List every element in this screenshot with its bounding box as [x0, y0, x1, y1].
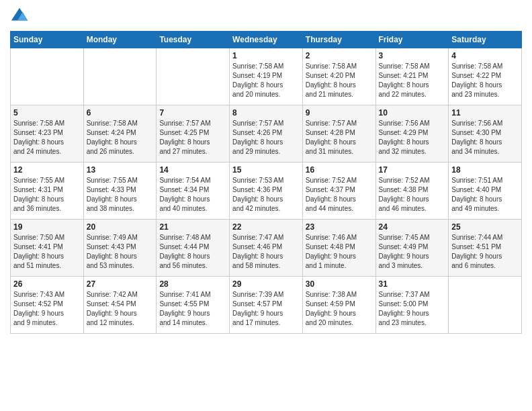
calendar-cell: 30Sunrise: 7:38 AM Sunset: 4:59 PM Dayli… — [302, 277, 375, 334]
calendar-cell: 19Sunrise: 7:50 AM Sunset: 4:41 PM Dayli… — [11, 220, 84, 277]
day-info: Sunrise: 7:58 AM Sunset: 4:22 PM Dayligh… — [451, 62, 519, 99]
day-info: Sunrise: 7:54 AM Sunset: 4:34 PM Dayligh… — [159, 176, 226, 214]
day-number: 6 — [87, 108, 154, 118]
day-number: 9 — [306, 108, 373, 118]
day-number: 13 — [87, 165, 154, 175]
day-info: Sunrise: 7:57 AM Sunset: 4:25 PM Dayligh… — [159, 119, 226, 156]
calendar-cell — [11, 48, 84, 105]
day-number: 25 — [451, 222, 519, 232]
calendar-cell: 17Sunrise: 7:52 AM Sunset: 4:38 PM Dayli… — [375, 163, 449, 220]
day-number: 8 — [232, 108, 300, 118]
day-info: Sunrise: 7:44 AM Sunset: 4:51 PM Dayligh… — [451, 233, 519, 271]
day-header-monday: Monday — [83, 32, 157, 48]
day-number: 27 — [87, 279, 154, 289]
week-row-2: 12Sunrise: 7:55 AM Sunset: 4:31 PM Dayli… — [11, 163, 522, 220]
calendar-cell: 2Sunrise: 7:58 AM Sunset: 4:20 PM Daylig… — [302, 48, 375, 105]
logo — [10, 7, 32, 26]
calendar-cell: 16Sunrise: 7:52 AM Sunset: 4:37 PM Dayli… — [302, 163, 375, 220]
day-number: 22 — [232, 222, 300, 232]
day-info: Sunrise: 7:56 AM Sunset: 4:29 PM Dayligh… — [379, 119, 446, 156]
day-info: Sunrise: 7:55 AM Sunset: 4:31 PM Dayligh… — [13, 176, 81, 214]
calendar-cell: 22Sunrise: 7:47 AM Sunset: 4:46 PM Dayli… — [230, 220, 303, 277]
day-info: Sunrise: 7:47 AM Sunset: 4:46 PM Dayligh… — [232, 233, 300, 271]
day-info: Sunrise: 7:39 AM Sunset: 4:57 PM Dayligh… — [232, 290, 300, 328]
calendar-cell: 9Sunrise: 7:57 AM Sunset: 4:28 PM Daylig… — [302, 105, 375, 163]
day-header-tuesday: Tuesday — [157, 32, 230, 48]
day-info: Sunrise: 7:58 AM Sunset: 4:23 PM Dayligh… — [13, 119, 81, 156]
day-number: 16 — [306, 165, 373, 175]
day-number: 17 — [379, 165, 446, 175]
calendar-cell: 21Sunrise: 7:48 AM Sunset: 4:44 PM Dayli… — [157, 220, 230, 277]
day-number: 1 — [232, 51, 300, 60]
day-number: 31 — [379, 279, 446, 289]
calendar-cell — [157, 48, 230, 105]
day-number: 28 — [159, 279, 226, 289]
day-info: Sunrise: 7:41 AM Sunset: 4:55 PM Dayligh… — [159, 290, 226, 328]
week-row-1: 5Sunrise: 7:58 AM Sunset: 4:23 PM Daylig… — [11, 105, 522, 163]
calendar-cell: 18Sunrise: 7:51 AM Sunset: 4:40 PM Dayli… — [449, 163, 522, 220]
day-info: Sunrise: 7:58 AM Sunset: 4:20 PM Dayligh… — [306, 62, 373, 99]
day-number: 10 — [379, 108, 446, 118]
day-header-friday: Friday — [375, 32, 449, 48]
day-info: Sunrise: 7:52 AM Sunset: 4:37 PM Dayligh… — [306, 176, 373, 214]
day-number: 19 — [13, 222, 81, 232]
calendar-cell: 1Sunrise: 7:58 AM Sunset: 4:19 PM Daylig… — [230, 48, 303, 105]
calendar-cell — [449, 277, 522, 334]
calendar-cell: 23Sunrise: 7:46 AM Sunset: 4:48 PM Dayli… — [302, 220, 375, 277]
day-header-wednesday: Wednesday — [230, 32, 303, 48]
calendar-cell: 7Sunrise: 7:57 AM Sunset: 4:25 PM Daylig… — [157, 105, 230, 163]
calendar-cell: 8Sunrise: 7:57 AM Sunset: 4:26 PM Daylig… — [230, 105, 303, 163]
day-number: 21 — [159, 222, 226, 232]
day-info: Sunrise: 7:45 AM Sunset: 4:49 PM Dayligh… — [379, 233, 446, 271]
calendar-cell: 11Sunrise: 7:56 AM Sunset: 4:30 PM Dayli… — [449, 105, 522, 163]
calendar-cell: 10Sunrise: 7:56 AM Sunset: 4:29 PM Dayli… — [375, 105, 449, 163]
day-info: Sunrise: 7:52 AM Sunset: 4:38 PM Dayligh… — [379, 176, 446, 214]
day-info: Sunrise: 7:56 AM Sunset: 4:30 PM Dayligh… — [451, 119, 519, 156]
day-number: 18 — [451, 165, 519, 175]
day-number: 23 — [306, 222, 373, 232]
calendar-cell: 6Sunrise: 7:58 AM Sunset: 4:24 PM Daylig… — [83, 105, 157, 163]
day-header-saturday: Saturday — [449, 32, 522, 48]
calendar-cell: 24Sunrise: 7:45 AM Sunset: 4:49 PM Dayli… — [375, 220, 449, 277]
day-number: 2 — [306, 51, 373, 60]
day-info: Sunrise: 7:57 AM Sunset: 4:28 PM Dayligh… — [306, 119, 373, 156]
day-info: Sunrise: 7:58 AM Sunset: 4:21 PM Dayligh… — [379, 62, 446, 99]
calendar-cell: 12Sunrise: 7:55 AM Sunset: 4:31 PM Dayli… — [11, 163, 84, 220]
calendar-table: SundayMondayTuesdayWednesdayThursdayFrid… — [10, 31, 522, 334]
calendar-cell: 27Sunrise: 7:42 AM Sunset: 4:54 PM Dayli… — [83, 277, 157, 334]
calendar-cell: 14Sunrise: 7:54 AM Sunset: 4:34 PM Dayli… — [157, 163, 230, 220]
day-number: 29 — [232, 279, 300, 289]
week-row-4: 26Sunrise: 7:43 AM Sunset: 4:52 PM Dayli… — [11, 277, 522, 334]
day-number: 4 — [451, 51, 519, 60]
day-number: 5 — [13, 108, 81, 118]
day-header-thursday: Thursday — [302, 32, 375, 48]
calendar-cell: 31Sunrise: 7:37 AM Sunset: 5:00 PM Dayli… — [375, 277, 449, 334]
day-info: Sunrise: 7:48 AM Sunset: 4:44 PM Dayligh… — [159, 233, 226, 271]
day-number: 15 — [232, 165, 300, 175]
day-info: Sunrise: 7:46 AM Sunset: 4:48 PM Dayligh… — [306, 233, 373, 271]
day-number: 3 — [379, 51, 446, 60]
calendar-cell — [83, 48, 157, 105]
week-row-0: 1Sunrise: 7:58 AM Sunset: 4:19 PM Daylig… — [11, 48, 522, 105]
day-info: Sunrise: 7:58 AM Sunset: 4:24 PM Dayligh… — [87, 119, 154, 156]
day-info: Sunrise: 7:49 AM Sunset: 4:43 PM Dayligh… — [87, 233, 154, 271]
day-number: 20 — [87, 222, 154, 232]
day-info: Sunrise: 7:55 AM Sunset: 4:33 PM Dayligh… — [87, 176, 154, 214]
day-number: 24 — [379, 222, 446, 232]
day-number: 12 — [13, 165, 81, 175]
day-header-sunday: Sunday — [11, 32, 84, 48]
day-number: 11 — [451, 108, 519, 118]
calendar-cell: 29Sunrise: 7:39 AM Sunset: 4:57 PM Dayli… — [230, 277, 303, 334]
calendar-cell: 25Sunrise: 7:44 AM Sunset: 4:51 PM Dayli… — [449, 220, 522, 277]
calendar-cell: 20Sunrise: 7:49 AM Sunset: 4:43 PM Dayli… — [83, 220, 157, 277]
calendar-cell: 13Sunrise: 7:55 AM Sunset: 4:33 PM Dayli… — [83, 163, 157, 220]
day-info: Sunrise: 7:43 AM Sunset: 4:52 PM Dayligh… — [13, 290, 81, 328]
calendar-cell: 5Sunrise: 7:58 AM Sunset: 4:23 PM Daylig… — [11, 105, 84, 163]
calendar-cell: 3Sunrise: 7:58 AM Sunset: 4:21 PM Daylig… — [375, 48, 449, 105]
logo-icon — [10, 7, 29, 26]
calendar-cell: 4Sunrise: 7:58 AM Sunset: 4:22 PM Daylig… — [449, 48, 522, 105]
day-number: 26 — [13, 279, 81, 289]
day-info: Sunrise: 7:50 AM Sunset: 4:41 PM Dayligh… — [13, 233, 81, 271]
page-header — [10, 7, 522, 26]
day-info: Sunrise: 7:37 AM Sunset: 5:00 PM Dayligh… — [379, 290, 446, 328]
